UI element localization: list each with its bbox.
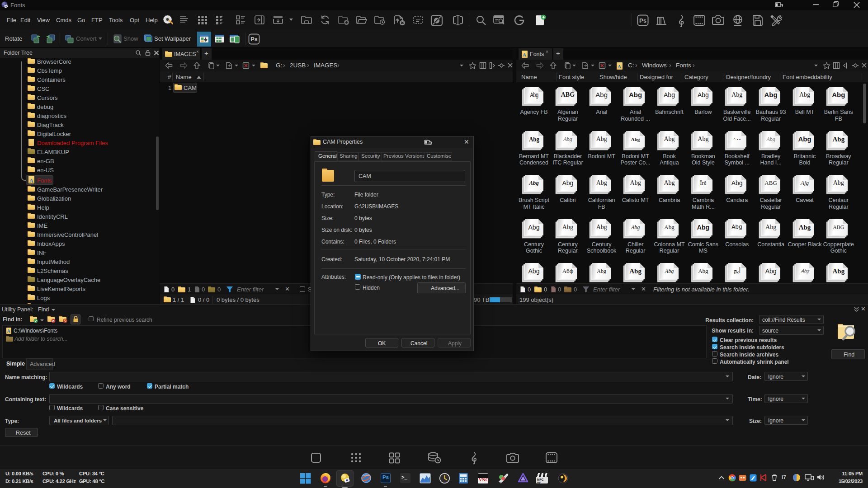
svg-text:Ps: Ps: [639, 17, 646, 24]
svg-text:Ps: Ps: [250, 36, 257, 42]
